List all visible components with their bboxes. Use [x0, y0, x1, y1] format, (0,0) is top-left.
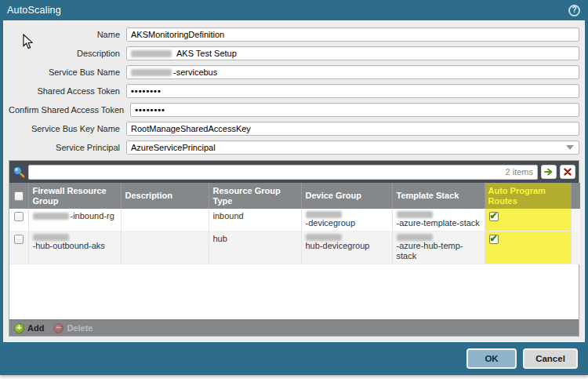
redacted-text — [397, 234, 433, 241]
cell-description — [121, 231, 209, 264]
resource-groups-table: Firewall Resource Group Description Reso… — [9, 183, 580, 264]
shared-access-token-field[interactable]: •••••••• — [126, 84, 579, 98]
select-all-checkbox[interactable] — [14, 191, 24, 201]
scrollbar-strip — [571, 209, 580, 231]
cell-device-group: hub-devicegroup — [301, 231, 392, 264]
row-select-cell — [9, 209, 28, 231]
cell-description — [121, 209, 209, 231]
redacted-text — [33, 234, 69, 241]
delete-button[interactable]: − Delete — [53, 323, 93, 333]
row-checkbox[interactable] — [14, 235, 24, 244]
confirm-shared-access-token-field[interactable]: •••••••• — [130, 103, 579, 117]
cell-firewall-resource-group: -hub-outbound-aks — [28, 231, 121, 264]
plus-icon: + — [14, 323, 24, 333]
cell-device-group: -devicegroup — [301, 209, 392, 231]
select-all-checkbox-cell — [9, 183, 28, 209]
service-principal-label: Service Principal — [9, 143, 126, 152]
column-header-firewall-resource-group[interactable]: Firewall Resource Group — [28, 183, 121, 209]
column-header-template-stack[interactable]: Template Stack — [392, 183, 485, 209]
cell-resource-group-type: hub — [209, 231, 301, 264]
redacted-text — [306, 234, 342, 241]
name-label: Name — [9, 30, 126, 39]
search-icon — [12, 165, 26, 179]
table-filter-bar: 2 items — [9, 161, 579, 183]
row-select-cell — [9, 231, 28, 264]
autoscaling-dialog: AutoScaling ? Name AKSMonitoringDefiniti… — [0, 0, 588, 375]
dialog-footer: OK Cancel — [0, 342, 588, 375]
form-row-service-bus-key-name: Service Bus Key Name RootManageSharedAcc… — [9, 122, 579, 136]
service-bus-key-name-field[interactable]: RootManageSharedAccessKey — [126, 122, 579, 136]
help-icon[interactable]: ? — [568, 5, 580, 16]
shared-access-token-label: Shared Access Token — [9, 86, 126, 96]
service-principal-dropdown[interactable]: AzureServicePrincipal — [126, 140, 579, 155]
auto-program-routes-checkbox[interactable] — [489, 212, 499, 221]
cell-resource-group-type: inbound — [209, 209, 301, 231]
table-toolbar: + Add − Delete — [9, 319, 579, 336]
auto-program-routes-checkbox[interactable] — [489, 235, 499, 244]
form-row-description: Description AKS Test Setup — [9, 46, 579, 60]
filter-text-input[interactable] — [33, 166, 506, 178]
form-row-service-principal: Service Principal AzureServicePrincipal — [9, 140, 579, 155]
form-row-shared-access-token: Shared Access Token •••••••• — [9, 84, 579, 98]
column-header-auto-program-routes[interactable]: Auto Program Routes — [485, 183, 571, 209]
filter-input[interactable]: 2 items — [28, 165, 538, 180]
table-header-row: Firewall Resource Group Description Reso… — [9, 183, 580, 209]
autoscaling-form: Name AKSMonitoringDefinition Description… — [9, 27, 579, 159]
apply-filter-arrow-icon — [544, 168, 554, 176]
cell-auto-program-routes — [485, 209, 571, 231]
table-row[interactable]: -inbound-rg inbound -devicegroup -azure-… — [9, 209, 580, 231]
redacted-text — [397, 211, 433, 218]
dialog-content: Name AKSMonitoringDefinition Description… — [3, 20, 585, 342]
redacted-text — [306, 211, 342, 218]
dialog-title: AutoScaling — [7, 5, 61, 16]
service-bus-name-label: Service Bus Name — [9, 67, 126, 77]
table-empty-area — [9, 264, 579, 319]
cell-template-stack: -azure-template-stack — [392, 209, 485, 231]
resource-groups-table-panel: 2 items Firewall Resource Group Descript… — [9, 160, 579, 337]
cell-firewall-resource-group: -inbound-rg — [28, 209, 121, 231]
form-row-name: Name AKSMonitoringDefinition — [9, 27, 579, 42]
name-field[interactable]: AKSMonitoringDefinition — [126, 27, 579, 42]
redacted-text — [33, 213, 69, 220]
scrollbar-strip — [571, 231, 580, 264]
ok-button[interactable]: OK — [466, 348, 517, 369]
cell-template-stack: -azure-hub-temp-stack — [392, 231, 485, 264]
column-header-resource-group-type[interactable]: Resource Group Type — [209, 183, 301, 209]
add-button[interactable]: + Add — [14, 323, 44, 333]
items-count: 2 items — [506, 167, 533, 177]
column-header-description[interactable]: Description — [121, 183, 209, 209]
confirm-shared-access-token-label: Confirm Shared Access Token — [9, 105, 130, 115]
cancel-button[interactable]: Cancel — [523, 348, 578, 369]
form-row-confirm-shared-access-token: Confirm Shared Access Token •••••••• — [9, 103, 579, 117]
chevron-down-icon — [566, 145, 574, 150]
column-header-device-group[interactable]: Device Group — [301, 183, 392, 209]
scrollbar-strip — [571, 183, 580, 209]
description-field[interactable]: AKS Test Setup — [126, 46, 579, 60]
service-bus-key-name-label: Service Bus Key Name — [9, 124, 126, 133]
clear-filter-button[interactable] — [560, 165, 575, 179]
redacted-text — [131, 50, 172, 57]
dialog-titlebar: AutoScaling ? — [0, 0, 588, 20]
description-label: Description — [9, 49, 126, 58]
row-checkbox[interactable] — [14, 212, 24, 221]
service-bus-name-field[interactable]: -servicebus — [126, 65, 579, 79]
minus-icon: − — [53, 323, 64, 333]
cell-auto-program-routes — [485, 231, 571, 264]
clear-filter-x-icon — [564, 168, 572, 176]
redacted-text — [131, 69, 172, 76]
table-row[interactable]: -hub-outbound-aks hub hub-devicegroup -a… — [9, 231, 580, 264]
form-row-service-bus-name: Service Bus Name -servicebus — [9, 65, 579, 79]
apply-filter-button[interactable] — [541, 165, 557, 179]
